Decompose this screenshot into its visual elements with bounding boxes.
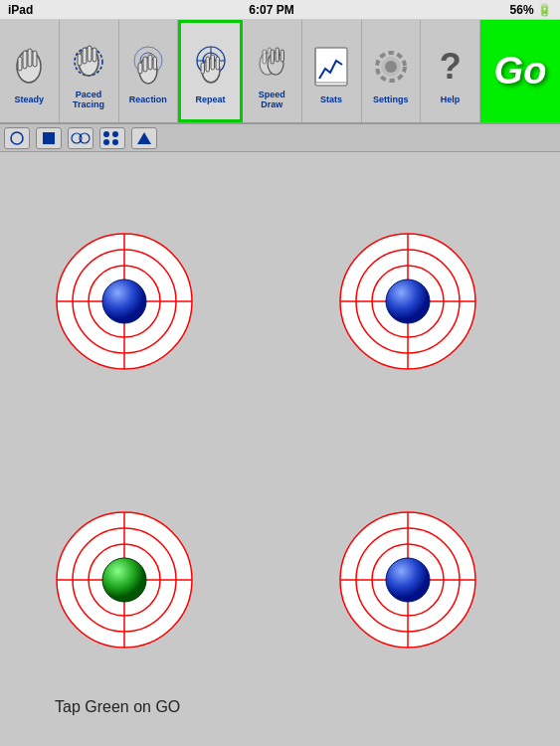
- target-bottom-left[interactable]: [55, 510, 194, 650]
- tool-steady-label: Steady: [15, 95, 45, 105]
- target-top-right[interactable]: [338, 232, 477, 371]
- svg-rect-32: [276, 48, 280, 62]
- tool-paced-tracing-label: PacedTracing: [73, 91, 104, 110]
- sub-tool-triangle[interactable]: [131, 127, 157, 149]
- svg-rect-14: [143, 57, 147, 72]
- tool-stats-label: Stats: [320, 95, 342, 105]
- status-center: 6:07 PM: [249, 3, 293, 17]
- sub-tool-circle[interactable]: [4, 127, 30, 149]
- tool-speed-draw[interactable]: SpeedDraw: [243, 20, 302, 122]
- tool-paced-tracing[interactable]: PacedTracing: [60, 20, 119, 122]
- tool-repeat-label: Repeat: [196, 95, 226, 105]
- svg-rect-9: [93, 48, 96, 62]
- svg-rect-26: [201, 63, 205, 74]
- tool-reaction-label: Reaction: [129, 95, 167, 105]
- tool-settings-label: Settings: [373, 95, 409, 105]
- target-bottom-right[interactable]: [338, 510, 477, 650]
- svg-rect-42: [43, 132, 55, 144]
- tool-repeat[interactable]: Repeat: [178, 20, 243, 122]
- svg-point-46: [112, 131, 118, 137]
- svg-point-48: [112, 139, 118, 145]
- svg-rect-16: [153, 57, 157, 70]
- svg-rect-10: [78, 54, 82, 66]
- svg-rect-2: [28, 49, 32, 67]
- svg-rect-4: [18, 57, 22, 71]
- sub-tool-multi-dot[interactable]: [99, 127, 125, 149]
- tool-help[interactable]: ? Help: [421, 20, 480, 122]
- svg-rect-28: [263, 50, 267, 64]
- stats-icon: [309, 39, 353, 93]
- settings-icon: [369, 39, 413, 93]
- tool-help-label: Help: [441, 95, 461, 105]
- reaction-icon: [126, 39, 170, 93]
- go-button[interactable]: Go: [480, 20, 560, 122]
- svg-point-63: [386, 280, 430, 323]
- svg-rect-23: [206, 57, 210, 72]
- svg-rect-15: [148, 55, 152, 70]
- instruction-text: Tap Green on GO: [55, 698, 180, 715]
- svg-rect-8: [88, 46, 92, 62]
- tool-steady[interactable]: Steady: [0, 20, 60, 122]
- svg-rect-33: [280, 50, 284, 62]
- toolbar: Steady PacedTracing: [0, 20, 560, 124]
- status-left: iPad: [8, 3, 33, 17]
- svg-point-70: [102, 558, 146, 602]
- svg-rect-3: [33, 51, 37, 67]
- svg-rect-34: [315, 48, 347, 86]
- svg-rect-7: [83, 48, 87, 64]
- svg-point-41: [11, 132, 23, 144]
- svg-rect-24: [211, 55, 215, 70]
- svg-point-45: [103, 131, 109, 137]
- main-content: Tap Green on GO: [0, 152, 560, 746]
- instruction: Tap Green on GO: [55, 698, 180, 716]
- svg-point-40: [385, 61, 397, 73]
- sub-tool-square[interactable]: [36, 127, 62, 149]
- status-right: 56% 🔋: [510, 3, 552, 17]
- tool-speed-draw-label: SpeedDraw: [259, 91, 285, 110]
- repeat-icon: [189, 39, 233, 93]
- paced-tracing-icon: [67, 34, 110, 89]
- svg-rect-1: [23, 51, 27, 69]
- sub-tool-multi-circle[interactable]: [68, 127, 93, 149]
- speed-draw-icon: [250, 34, 293, 89]
- sub-toolbar: [0, 124, 560, 152]
- svg-point-47: [103, 139, 109, 145]
- svg-point-77: [386, 558, 430, 602]
- tool-settings[interactable]: Settings: [362, 20, 422, 122]
- tool-reaction[interactable]: Reaction: [119, 20, 179, 122]
- svg-rect-31: [271, 50, 275, 64]
- svg-point-56: [102, 280, 146, 323]
- svg-rect-25: [216, 57, 220, 70]
- svg-marker-49: [137, 132, 151, 144]
- help-icon: ?: [429, 39, 472, 93]
- steady-icon: [7, 39, 51, 93]
- go-label: Go: [494, 50, 547, 93]
- svg-rect-17: [138, 63, 142, 74]
- tool-stats[interactable]: Stats: [302, 20, 362, 122]
- target-top-left[interactable]: [55, 232, 194, 371]
- status-bar: iPad 6:07 PM 56% 🔋: [0, 0, 560, 20]
